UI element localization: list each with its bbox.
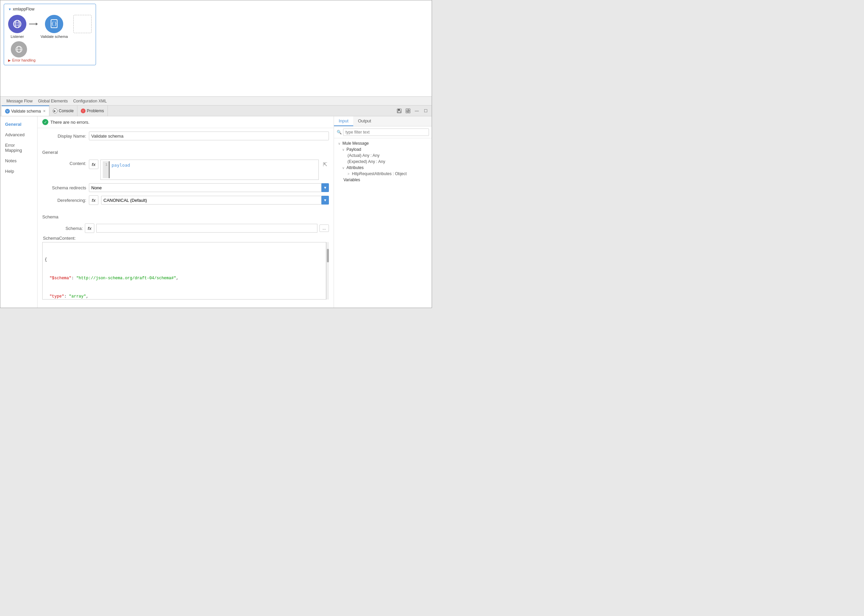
expected-label: (Expected) Any : Any	[347, 159, 385, 164]
validate-schema-node[interactable]: {} Validate schema	[41, 15, 68, 39]
svg-rect-16	[408, 111, 410, 113]
console-tab-label: Console	[59, 108, 74, 113]
right-panel: Input Output 🔍 ∨ Mule Message ∨ Payload	[334, 116, 432, 308]
flow-container: ▼ xmlappFlow Listener	[4, 4, 96, 65]
payload-chevron: ∨	[342, 148, 346, 151]
dereferencing-select[interactable]: CANONICAL (Default)	[101, 196, 322, 204]
sidebar-item-help[interactable]: Help	[0, 166, 37, 176]
flow-title-arrow: ▼	[8, 8, 11, 11]
right-tab-output[interactable]: Output	[353, 116, 376, 126]
schema-field-label: Schema:	[42, 226, 83, 231]
minimize-icon-btn[interactable]: —	[413, 107, 420, 114]
schema-content-editor-container: { "$schema": "http://json-schema.org/dra…	[42, 242, 329, 300]
validate-schema-node-label: Validate schema	[41, 35, 68, 39]
sidebar-item-general[interactable]: General	[0, 119, 37, 129]
http-request-chevron: >	[347, 172, 351, 176]
listener-node[interactable]: Listener	[8, 15, 27, 39]
actual-label: (Actual) Any : Any	[347, 153, 380, 158]
display-name-row: Display Name:	[42, 132, 329, 140]
dereferencing-dropdown-btn[interactable]: ▼	[322, 196, 329, 204]
search-icon: 🔍	[337, 130, 342, 135]
panel-tab-problems[interactable]: ! Problems	[77, 105, 108, 116]
config-area: ✓ There are no errors. Display Name: Gen…	[38, 116, 334, 308]
attributes-label: Attributes	[347, 165, 364, 170]
flow-name-label: xmlappFlow	[13, 7, 35, 11]
panel-tabs-bar: V Validate schema ✕ ▶ Console ! Problems…	[0, 105, 432, 116]
error-node[interactable]	[11, 41, 27, 58]
problems-tab-icon: !	[81, 108, 85, 113]
content-label: Content:	[42, 160, 86, 166]
svg-rect-13	[406, 109, 408, 111]
svg-rect-12	[398, 111, 401, 113]
error-handling-label: Error handling	[12, 58, 36, 62]
svg-text:{}: {}	[51, 21, 57, 27]
schema-scrollbar[interactable]	[326, 242, 329, 300]
sidebar-nav: General Advanced Error Mapping Notes Hel…	[0, 116, 38, 308]
flow-title: ▼ xmlappFlow	[8, 7, 92, 11]
panel-tab-console[interactable]: ▶ Console	[49, 105, 77, 116]
dereferencing-select-container: CANONICAL (Default) ▼	[101, 196, 329, 204]
panel-right-icons: — ☐	[396, 107, 430, 114]
schema-json-text: { "$schema": "http://json-schema.org/dra…	[45, 244, 324, 300]
listener-node-circle[interactable]	[8, 15, 27, 33]
schema-content-editor[interactable]: { "$schema": "http://json-schema.org/dra…	[42, 242, 326, 300]
right-tab-input[interactable]: Input	[334, 116, 353, 126]
display-name-section: Display Name:	[38, 128, 334, 147]
display-name-input[interactable]	[89, 132, 329, 140]
bottom-node-row	[11, 41, 92, 58]
schema-section-header: Schema	[38, 212, 334, 221]
scrollbar-thumb[interactable]	[327, 249, 329, 262]
flow-nodes: Listener {} Validate schema	[8, 15, 92, 39]
schema-redirects-label: Schema redirects	[42, 185, 86, 190]
tab-global-elements[interactable]: Global Elements	[35, 97, 70, 105]
mule-message-label: Mule Message	[342, 141, 369, 146]
schema-redirects-dropdown-btn[interactable]: ▼	[322, 183, 329, 192]
maximize-icon-btn[interactable]: ☐	[422, 107, 429, 114]
schema-redirects-row: Schema redirects None ▼	[42, 183, 329, 192]
console-tab-icon: ▶	[53, 108, 58, 113]
dereferencing-fx-button[interactable]: fx	[89, 195, 98, 205]
canvas-area: ▼ xmlappFlow Listener	[0, 0, 432, 97]
right-panel-tabs: Input Output	[334, 116, 432, 126]
attributes-chevron: ∨	[342, 166, 346, 170]
schema-fx-button[interactable]: fx	[85, 223, 94, 233]
status-bar: ✓ There are no errors.	[38, 116, 334, 128]
flow-arrow	[29, 23, 38, 25]
tree-item-http-request-attrs[interactable]: > HttpRequestAttributes : Object	[337, 171, 429, 177]
schema-redirects-select[interactable]: None	[89, 183, 322, 192]
save-icon-btn[interactable]	[396, 107, 402, 114]
tree-view: ∨ Mule Message ∨ Payload (Actual) Any : …	[334, 138, 432, 308]
schema-input-field[interactable]	[96, 224, 317, 233]
code-content[interactable]: payload	[110, 161, 316, 178]
main-content: General Advanced Error Mapping Notes Hel…	[0, 116, 432, 308]
problems-tab-label: Problems	[87, 108, 104, 113]
palette-icon-btn[interactable]	[405, 107, 412, 114]
validate-schema-tab-label: Validate schema	[11, 109, 41, 113]
tree-item-mule-message[interactable]: ∨ Mule Message	[337, 140, 429, 146]
schema-section: Schema: fx ... SchemaContent: { "$schema…	[38, 221, 334, 302]
listener-node-label: Listener	[11, 35, 24, 39]
content-fx-button[interactable]: fx	[89, 160, 98, 169]
validate-schema-tab-close[interactable]: ✕	[43, 109, 46, 113]
panel-tab-validate-schema[interactable]: V Validate schema ✕	[2, 105, 49, 116]
filter-input[interactable]	[343, 129, 429, 136]
tree-item-attributes[interactable]: ∨ Attributes	[337, 165, 429, 171]
content-code-editor[interactable]: 1 payload	[101, 160, 319, 180]
tree-item-payload[interactable]: ∨ Payload	[337, 146, 429, 152]
svg-rect-15	[406, 111, 408, 113]
editor-expand-button[interactable]: ⇱	[321, 160, 329, 169]
error-handling-section[interactable]: ▶ Error handling	[8, 58, 92, 62]
error-node-circle[interactable]	[11, 41, 27, 58]
tree-item-variables[interactable]: Variables	[337, 177, 429, 183]
schema-content-label: SchemaContent:	[42, 236, 329, 241]
right-panel-search: 🔍	[334, 126, 432, 138]
status-ok-icon: ✓	[42, 119, 48, 125]
validate-schema-node-circle[interactable]: {}	[45, 15, 63, 33]
tab-message-flow[interactable]: Message Flow	[4, 97, 35, 105]
sidebar-item-notes[interactable]: Notes	[0, 156, 37, 166]
svg-rect-14	[408, 109, 410, 110]
schema-browse-button[interactable]: ...	[319, 225, 329, 232]
sidebar-item-advanced[interactable]: Advanced	[0, 129, 37, 140]
sidebar-item-error-mapping[interactable]: Error Mapping	[0, 140, 37, 156]
tab-configuration-xml[interactable]: Configuration XML	[70, 97, 109, 105]
